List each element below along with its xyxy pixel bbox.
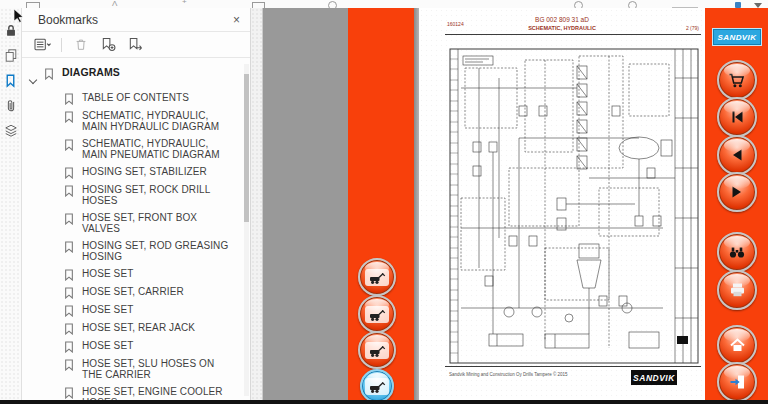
chevron-spacer <box>50 340 64 342</box>
bookmark-item[interactable]: HOSING SET, ROCK DRILL HOSES <box>22 181 250 209</box>
bookmarks-panel-header: Bookmarks × <box>22 8 250 32</box>
hydraulic-schematic <box>449 48 699 364</box>
bookmark-label: HOSE SET, REAR JACK <box>82 322 234 334</box>
new-bookmark-icon[interactable] <box>99 36 116 53</box>
header-rule <box>445 34 701 35</box>
close-icon[interactable]: × <box>233 13 240 27</box>
bookmark-flag-icon <box>64 322 75 335</box>
bookmarks-icon[interactable] <box>3 72 19 88</box>
bookmark-item[interactable]: HOSING SET, STABILIZER <box>22 163 250 181</box>
sandvik-logo-black: SANDVIK <box>631 370 677 385</box>
machine-icon <box>365 378 389 395</box>
delete-bookmark-icon[interactable] <box>72 36 89 53</box>
bookmark-root-item[interactable]: DIAGRAMS <box>22 64 250 89</box>
chevron-spacer <box>50 240 64 242</box>
bookmark-flag-icon <box>64 240 75 253</box>
toolbar-fragment-icon: + <box>182 0 187 6</box>
previous-page-button[interactable] <box>717 135 757 175</box>
attachments-icon[interactable] <box>3 97 19 113</box>
expand-bookmark-icon[interactable] <box>126 36 143 53</box>
bookmark-item[interactable]: HOSE SET <box>22 301 250 319</box>
printer-icon <box>728 281 747 299</box>
bookmark-item[interactable]: HOSE SET, SLU HOSES ON THE CARRIER <box>22 355 250 383</box>
sandvik-logo-blue: SANDVIK <box>712 28 762 46</box>
home-icon <box>728 336 747 354</box>
exit-icon <box>728 373 747 391</box>
chevron-spacer <box>50 286 64 288</box>
navigation-button-strip <box>705 8 768 400</box>
chevron-icon[interactable] <box>28 67 44 87</box>
bookmark-flag-icon <box>64 386 75 399</box>
print-button[interactable] <box>717 270 757 310</box>
bookmark-item[interactable]: SCHEMATIC, HYDRAULIC, MAIN PNEUMATIC DIA… <box>22 135 250 163</box>
doc-page-indicator: 2 (79) <box>686 25 699 31</box>
cart-button[interactable] <box>717 60 757 100</box>
bookmark-label: HOSE SET <box>82 304 234 316</box>
bookmark-label: SCHEMATIC, HYDRAULIC, MAIN HYDRAULIC DIA… <box>82 110 234 133</box>
bookmark-label: SCHEMATIC, HYDRAULIC, MAIN PNEUMATIC DIA… <box>82 138 234 161</box>
toolbar-fragment-icon: Λ <box>112 0 117 8</box>
bookmark-item[interactable]: HOSE SET, FRONT BOX VALVES <box>22 209 250 237</box>
machine-icon <box>365 342 389 359</box>
chevron-spacer <box>50 304 64 306</box>
machine-model-4-button[interactable] <box>360 369 394 403</box>
viewer-background <box>263 8 348 400</box>
bookmark-flag-icon <box>64 138 75 151</box>
bookmark-item[interactable]: TABLE OF CONTENTS <box>22 89 250 107</box>
bookmark-item[interactable]: HOSING SET, ROD GREASING HOSING <box>22 237 250 265</box>
bookmark-item[interactable]: HOSE SET <box>22 337 250 355</box>
bookmarks-tree: DIAGRAMSTABLE OF CONTENTSSCHEMATIC, HYDR… <box>22 58 250 400</box>
lock-icon[interactable] <box>3 22 19 38</box>
machine-model-3-button[interactable] <box>358 331 396 369</box>
bookmark-label: HOSE SET, CARRIER <box>82 286 234 298</box>
bookmark-flag-icon <box>64 286 75 299</box>
search-button[interactable] <box>717 232 757 272</box>
bookmark-label: HOSE SET, ENGINE COOLER HOSES <box>82 386 234 401</box>
bookmarks-scrollbar[interactable] <box>244 64 249 396</box>
prev-icon <box>728 146 746 164</box>
machine-icon <box>365 269 389 286</box>
first-page-button[interactable] <box>717 97 757 137</box>
binoculars-icon <box>727 243 747 261</box>
layers-icon[interactable] <box>3 122 19 138</box>
bookmark-item[interactable]: HOSE SET, ENGINE COOLER HOSES <box>22 383 250 400</box>
bookmark-item[interactable]: HOSE SET, CARRIER <box>22 283 250 301</box>
machine-button-strip <box>348 8 414 400</box>
first-icon <box>728 108 746 126</box>
bookmark-item[interactable]: HOSE SET, REAR JACK <box>22 319 250 337</box>
bookmark-item[interactable]: SCHEMATIC, HYDRAULIC, MAIN HYDRAULIC DIA… <box>22 107 250 135</box>
bookmark-label: HOSE SET, SLU HOSES ON THE CARRIER <box>82 358 234 381</box>
doc-copyright: Sandvik Mining and Construction Oy Drill… <box>449 372 568 377</box>
bookmark-flag-icon <box>64 92 75 105</box>
chevron-spacer <box>50 92 64 94</box>
chevron-spacer <box>50 358 64 360</box>
bookmark-options-icon[interactable] <box>34 36 51 53</box>
doc-title: BG 002 809 31 aD <box>419 16 705 23</box>
chevron-spacer <box>50 386 64 388</box>
home-button[interactable] <box>717 325 757 365</box>
left-tool-rail <box>0 8 22 400</box>
chevron-spacer <box>50 268 64 270</box>
exit-button[interactable] <box>717 362 757 402</box>
scrollbar-thumb[interactable] <box>244 74 249 222</box>
chevron-spacer <box>50 138 64 140</box>
bookmark-flag-icon <box>64 358 75 371</box>
bookmark-label: HOSE SET <box>82 268 234 280</box>
panel-gutter <box>251 8 263 400</box>
machine-model-2-button[interactable] <box>358 295 396 333</box>
bookmark-flag-icon <box>64 340 75 353</box>
chevron-spacer <box>50 110 64 112</box>
bookmark-label: HOSE SET, FRONT BOX VALVES <box>82 212 234 235</box>
chevron-spacer <box>50 166 64 168</box>
bookmark-item[interactable]: HOSE SET <box>22 265 250 283</box>
machine-model-1-button[interactable] <box>358 258 396 296</box>
machine-icon <box>365 306 389 323</box>
bookmark-flag-icon <box>64 166 75 179</box>
chevron-spacer <box>50 212 64 214</box>
bookmark-flag-icon <box>64 212 75 225</box>
document-page: 160124 BG 002 809 31 aD SCHEMATIC, HYDRA… <box>419 8 705 400</box>
bookmark-label: HOSING SET, ROCK DRILL HOSES <box>82 184 234 207</box>
bookmark-flag-icon <box>64 268 75 281</box>
page-thumbnails-icon[interactable] <box>3 47 19 63</box>
next-page-button[interactable] <box>717 172 757 212</box>
